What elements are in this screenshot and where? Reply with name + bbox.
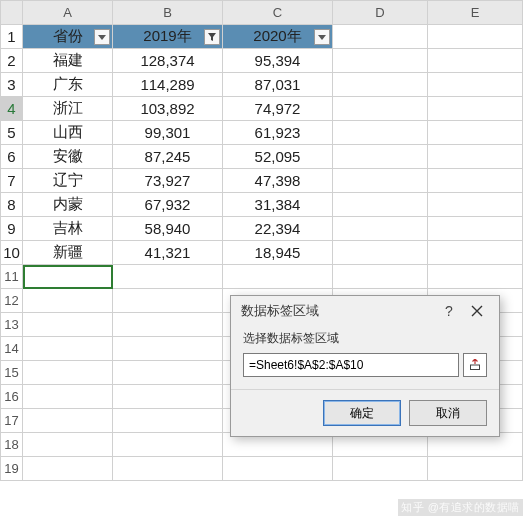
cell-y2020[interactable]: 22,394 xyxy=(223,217,333,241)
cell-empty[interactable] xyxy=(113,385,223,409)
row-header-16[interactable]: 16 xyxy=(1,385,23,409)
cell-province[interactable]: 福建 xyxy=(23,49,113,73)
cell-province[interactable]: 辽宁 xyxy=(23,169,113,193)
close-button[interactable] xyxy=(463,303,491,320)
ok-button[interactable]: 确定 xyxy=(323,400,401,426)
cell-empty[interactable] xyxy=(428,265,523,289)
cell-empty[interactable] xyxy=(23,409,113,433)
row-header-2[interactable]: 2 xyxy=(1,49,23,73)
cell-y2019[interactable]: 103,892 xyxy=(113,97,223,121)
cell-empty[interactable] xyxy=(428,25,523,49)
col-header-B[interactable]: B xyxy=(113,1,223,25)
cell-y2020[interactable]: 61,923 xyxy=(223,121,333,145)
cell-empty[interactable] xyxy=(23,457,113,481)
cell-y2020[interactable]: 87,031 xyxy=(223,73,333,97)
cell-province[interactable]: 安徽 xyxy=(23,145,113,169)
row-header-17[interactable]: 17 xyxy=(1,409,23,433)
filter-sorted-icon[interactable] xyxy=(204,29,220,45)
cell-empty[interactable] xyxy=(333,121,428,145)
cell-y2020[interactable]: 47,398 xyxy=(223,169,333,193)
cell-empty[interactable] xyxy=(23,337,113,361)
cell-empty[interactable] xyxy=(428,169,523,193)
cell-empty[interactable] xyxy=(113,409,223,433)
row-header-14[interactable]: 14 xyxy=(1,337,23,361)
cell-y2019[interactable]: 67,932 xyxy=(113,193,223,217)
cell-y2020[interactable]: 74,972 xyxy=(223,97,333,121)
cell-y2020[interactable]: 52,095 xyxy=(223,145,333,169)
cell-y2019[interactable]: 128,374 xyxy=(113,49,223,73)
row-header-13[interactable]: 13 xyxy=(1,313,23,337)
cell-empty[interactable] xyxy=(113,361,223,385)
cell-empty[interactable] xyxy=(428,241,523,265)
cell-empty[interactable] xyxy=(428,193,523,217)
cell-empty[interactable] xyxy=(428,217,523,241)
cell-empty[interactable] xyxy=(23,289,113,313)
cell-empty[interactable] xyxy=(333,241,428,265)
cell-empty[interactable] xyxy=(428,121,523,145)
select-all-corner[interactable] xyxy=(1,1,23,25)
cancel-button[interactable]: 取消 xyxy=(409,400,487,426)
row-header-15[interactable]: 15 xyxy=(1,361,23,385)
filter-dropdown-icon[interactable] xyxy=(94,29,110,45)
row-header-4[interactable]: 4 xyxy=(1,97,23,121)
cell-empty[interactable] xyxy=(333,217,428,241)
cell-empty[interactable] xyxy=(23,313,113,337)
cell-empty[interactable] xyxy=(333,25,428,49)
dialog-titlebar[interactable]: 数据标签区域 ? xyxy=(231,296,499,324)
cell-empty[interactable] xyxy=(333,193,428,217)
cell-empty[interactable] xyxy=(333,145,428,169)
cell-empty[interactable] xyxy=(428,145,523,169)
cell-empty[interactable] xyxy=(333,97,428,121)
cell-empty[interactable] xyxy=(223,265,333,289)
cell-empty[interactable] xyxy=(113,313,223,337)
cell-empty[interactable] xyxy=(333,265,428,289)
table-header-province[interactable]: 省份 xyxy=(23,25,113,49)
row-header-9[interactable]: 9 xyxy=(1,217,23,241)
cell-empty[interactable] xyxy=(113,433,223,457)
collapse-dialog-button[interactable] xyxy=(463,353,487,377)
cell-empty[interactable] xyxy=(333,73,428,97)
cell-y2019[interactable]: 114,289 xyxy=(113,73,223,97)
cell-y2020[interactable]: 18,945 xyxy=(223,241,333,265)
row-header-5[interactable]: 5 xyxy=(1,121,23,145)
cell-province[interactable]: 浙江 xyxy=(23,97,113,121)
row-header-19[interactable]: 19 xyxy=(1,457,23,481)
cell-y2019[interactable]: 99,301 xyxy=(113,121,223,145)
cell-y2019[interactable]: 87,245 xyxy=(113,145,223,169)
cell-empty[interactable] xyxy=(428,457,523,481)
cell-empty[interactable] xyxy=(428,73,523,97)
help-button[interactable]: ? xyxy=(435,303,463,319)
cell-province[interactable]: 广东 xyxy=(23,73,113,97)
cell-empty[interactable] xyxy=(333,457,428,481)
cell-y2019[interactable]: 58,940 xyxy=(113,217,223,241)
row-header-6[interactable]: 6 xyxy=(1,145,23,169)
cell-empty[interactable] xyxy=(23,385,113,409)
cell-empty[interactable] xyxy=(113,337,223,361)
row-header-1[interactable]: 1 xyxy=(1,25,23,49)
col-header-E[interactable]: E xyxy=(428,1,523,25)
row-header-10[interactable]: 10 xyxy=(1,241,23,265)
cell-y2019[interactable]: 41,321 xyxy=(113,241,223,265)
cell-empty[interactable] xyxy=(23,361,113,385)
filter-dropdown-icon[interactable] xyxy=(314,29,330,45)
table-header-y2019[interactable]: 2019年 xyxy=(113,25,223,49)
cell-province[interactable]: 吉林 xyxy=(23,217,113,241)
col-header-A[interactable]: A xyxy=(23,1,113,25)
cell-empty[interactable] xyxy=(113,289,223,313)
row-header-8[interactable]: 8 xyxy=(1,193,23,217)
row-header-12[interactable]: 12 xyxy=(1,289,23,313)
cell-y2020[interactable]: 95,394 xyxy=(223,49,333,73)
range-input[interactable] xyxy=(243,353,459,377)
cell-empty[interactable] xyxy=(223,457,333,481)
col-header-D[interactable]: D xyxy=(333,1,428,25)
row-header-3[interactable]: 3 xyxy=(1,73,23,97)
cell-y2020[interactable]: 31,384 xyxy=(223,193,333,217)
table-header-y2020[interactable]: 2020年 xyxy=(223,25,333,49)
cell-empty[interactable] xyxy=(113,457,223,481)
cell-province[interactable]: 新疆 xyxy=(23,241,113,265)
cell-empty[interactable] xyxy=(113,265,223,289)
row-header-18[interactable]: 18 xyxy=(1,433,23,457)
col-header-C[interactable]: C xyxy=(223,1,333,25)
row-header-7[interactable]: 7 xyxy=(1,169,23,193)
row-header-11[interactable]: 11 xyxy=(1,265,23,289)
